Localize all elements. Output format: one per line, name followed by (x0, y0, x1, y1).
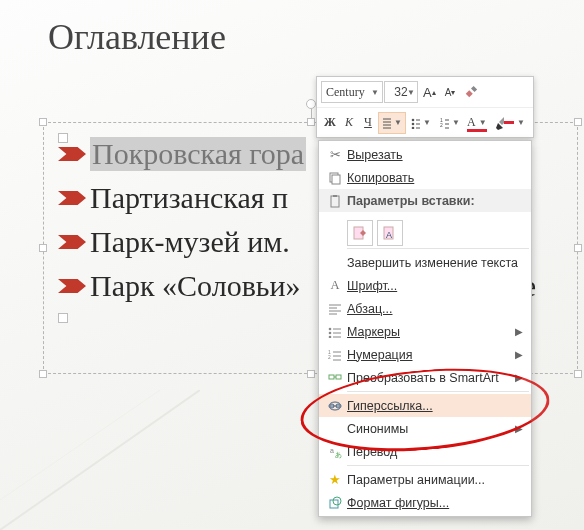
menu-convert-smartart[interactable]: Преобразовать в SmartArt ▶ (319, 366, 531, 389)
menu-translate[interactable]: aあ Перевод (319, 440, 531, 463)
menu-cut[interactable]: ✂ Вырезать (319, 143, 531, 166)
numbering-icon: 12 (440, 117, 449, 129)
svg-rect-17 (329, 375, 334, 379)
bullet-text: Покровская гора (90, 137, 306, 171)
resize-handle[interactable] (39, 244, 47, 252)
bullets-icon (411, 117, 420, 129)
menu-animation-options[interactable]: ★ Параметры анимации... (319, 468, 531, 491)
chevron-down-icon: ▼ (394, 118, 402, 127)
resize-handle[interactable] (574, 118, 582, 126)
menu-font[interactable]: A Шрифт... (319, 274, 531, 297)
chevron-down-icon: ▼ (371, 88, 379, 97)
svg-rect-7 (331, 196, 339, 207)
submenu-arrow-icon: ▶ (515, 423, 523, 434)
font-color-button[interactable]: A▼ (465, 112, 489, 134)
svg-point-2 (412, 126, 415, 128)
format-painter-button[interactable] (460, 81, 482, 103)
animation-icon: ★ (323, 472, 347, 487)
svg-point-0 (412, 118, 415, 121)
resize-handle[interactable] (574, 370, 582, 378)
rotate-handle[interactable] (306, 99, 316, 109)
menu-format-shape[interactable]: Формат фигуры... (319, 491, 531, 514)
bullet-arrow-icon (58, 235, 86, 249)
font-icon: A (323, 278, 347, 293)
svg-point-14 (329, 335, 332, 337)
svg-point-1 (412, 122, 415, 125)
svg-text:2: 2 (440, 122, 443, 128)
menu-synonyms[interactable]: Синонимы ▶ (319, 417, 531, 440)
shrink-font-button[interactable]: A▾ (441, 81, 460, 103)
bullets-button[interactable]: ▼ (407, 112, 435, 134)
font-size-combo[interactable]: 32▼ (384, 81, 418, 103)
underline-button[interactable]: Ч (359, 112, 377, 134)
numbering-button[interactable]: 12 ▼ (436, 112, 464, 134)
menu-bullets[interactable]: Маркеры ▶ (319, 320, 531, 343)
grow-font-button[interactable]: A▴ (419, 81, 440, 103)
copy-icon (323, 171, 347, 185)
resize-handle[interactable] (574, 244, 582, 252)
svg-text:あ: あ (335, 451, 342, 459)
bullet-text: Партизанская п (90, 181, 288, 215)
bold-button[interactable]: Ж (321, 112, 339, 134)
bullets-icon (323, 326, 347, 338)
svg-point-12 (329, 327, 332, 330)
resize-handle[interactable] (307, 370, 315, 378)
svg-rect-6 (332, 175, 340, 184)
context-menu: ✂ Вырезать Копировать Параметры вставки:… (318, 140, 532, 517)
background-decoration (0, 390, 200, 530)
align-left-icon (382, 117, 391, 129)
italic-button[interactable]: К (340, 112, 358, 134)
clipboard-icon (323, 194, 347, 208)
submenu-arrow-icon: ▶ (515, 349, 523, 360)
resize-handle[interactable] (307, 118, 315, 126)
align-button[interactable]: ▼ (378, 112, 406, 134)
chevron-down-icon: ▼ (452, 118, 460, 127)
menu-separator (347, 465, 529, 466)
menu-separator (347, 391, 529, 392)
smartart-icon (323, 372, 347, 384)
submenu-arrow-icon: ▶ (515, 326, 523, 337)
mini-toolbar: Century▼ 32▼ A▴ A▾ Ж К Ч ▼ ▼ 12 ▼ A▼ (316, 76, 534, 138)
bullet-text: Парк-музей им. (90, 225, 290, 259)
format-shape-icon (323, 496, 347, 510)
hyperlink-icon (323, 399, 347, 413)
numbering-icon: 12 (323, 349, 347, 361)
chevron-down-icon: ▼ (423, 118, 431, 127)
svg-text:2: 2 (328, 354, 331, 360)
svg-rect-8 (333, 195, 337, 197)
svg-rect-18 (336, 375, 341, 379)
menu-exit-edit-text[interactable]: Завершить изменение текста (319, 251, 531, 274)
svg-point-25 (333, 497, 341, 505)
menu-hyperlink[interactable]: Гиперссылка... (319, 394, 531, 417)
svg-point-13 (329, 331, 332, 334)
translate-icon: aあ (323, 445, 347, 459)
bullet-text: Парк «Соловьи» (90, 269, 301, 303)
menu-copy[interactable]: Копировать (319, 166, 531, 189)
shape-outline-button[interactable]: ▼ (490, 112, 529, 134)
resize-handle[interactable] (39, 370, 47, 378)
bullet-arrow-icon (58, 191, 86, 205)
scissors-icon: ✂ (323, 147, 347, 162)
menu-paste-options (319, 212, 531, 250)
menu-paragraph[interactable]: Абзац... (319, 297, 531, 320)
paintbrush-icon (464, 85, 478, 99)
chevron-down-icon: ▼ (517, 118, 525, 127)
menu-numbering[interactable]: 12 Нумерация ▶ (319, 343, 531, 366)
slide-title: Оглавление (48, 16, 226, 58)
pen-icon (494, 116, 504, 130)
paragraph-icon (323, 303, 347, 315)
svg-text:a: a (330, 447, 334, 454)
chevron-down-icon: ▼ (407, 88, 415, 97)
font-name-combo[interactable]: Century▼ (321, 81, 383, 103)
bullet-arrow-icon (58, 279, 86, 293)
submenu-arrow-icon: ▶ (515, 372, 523, 383)
menu-paste-options-header: Параметры вставки: (319, 189, 531, 212)
resize-handle[interactable] (39, 118, 47, 126)
bullet-arrow-icon (58, 147, 86, 161)
chevron-down-icon: ▼ (479, 118, 487, 127)
